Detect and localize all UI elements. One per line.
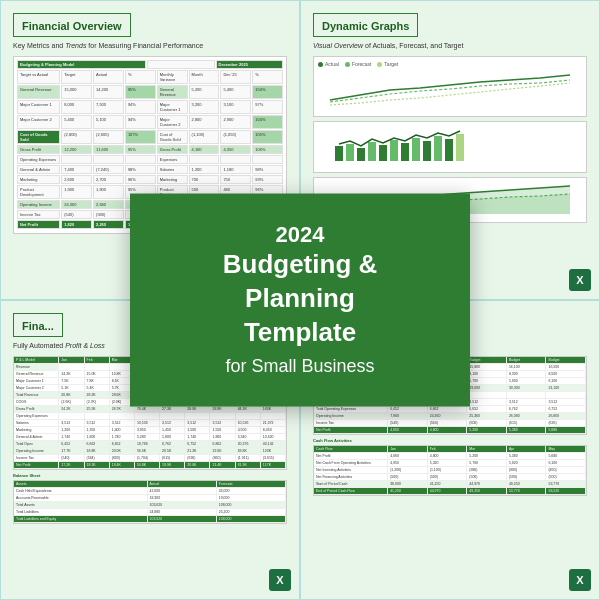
financial-overview-title-box: Financial Overview <box>13 13 131 37</box>
financial-overview-subtitle: Key Metrics and Trends for Measuring Fin… <box>13 41 287 50</box>
line-chart-svg-1 <box>318 70 582 108</box>
svg-rect-6 <box>401 143 409 161</box>
svg-rect-9 <box>434 136 442 161</box>
balance-sheet-label: Balance Sheet <box>13 473 287 478</box>
excel-badge-bottom-left: X <box>269 569 291 591</box>
dynamic-graphs-subtitle: Visual Overview of Actuals, Forecast, an… <box>313 41 587 50</box>
svg-rect-11 <box>456 134 464 161</box>
svg-rect-2 <box>357 148 365 161</box>
graph-legend-1: Actual Forecast Target <box>318 61 582 67</box>
cashflow-table: Cash Flow Jan Feb Mar Apr May Net Profit… <box>313 445 587 496</box>
overlay-title-line1: Budgeting & Planning <box>166 248 434 316</box>
svg-rect-4 <box>379 145 387 161</box>
overlay-title-line2: Template <box>166 316 434 350</box>
financial-overview-title: Financial Overview <box>22 20 122 32</box>
svg-rect-7 <box>412 138 420 161</box>
graph-area-1: Actual Forecast Target <box>313 56 587 117</box>
bar-chart-svg <box>318 126 582 164</box>
legend-actual: Actual <box>318 61 339 67</box>
pnl-title-box: Fina... <box>13 313 63 337</box>
overlay-subtitle: for Small Business <box>166 353 434 378</box>
center-overlay: 2024 Budgeting & Planning Template for S… <box>130 194 470 407</box>
graph-area-2 <box>313 121 587 173</box>
dynamic-graphs-title-box: Dynamic Graphs <box>313 13 418 37</box>
legend-target: Target <box>377 61 398 67</box>
legend-forecast: Forecast <box>345 61 371 67</box>
excel-badge-top-right: X <box>569 269 591 291</box>
svg-rect-5 <box>390 140 398 161</box>
overlay-year: 2024 <box>166 222 434 248</box>
svg-rect-10 <box>445 139 453 161</box>
cashflow-label: Cash Flow Activities <box>313 438 587 443</box>
pnl-title: Fina... <box>22 320 54 332</box>
svg-rect-1 <box>346 144 354 161</box>
balance-sheet-table: Assets ActualForecast Cash Held Equivale… <box>13 480 287 524</box>
excel-badge-bottom-right: X <box>569 569 591 591</box>
svg-rect-8 <box>423 141 431 161</box>
dynamic-graphs-title: Dynamic Graphs <box>322 20 409 32</box>
svg-rect-0 <box>335 146 343 161</box>
svg-rect-3 <box>368 142 376 161</box>
